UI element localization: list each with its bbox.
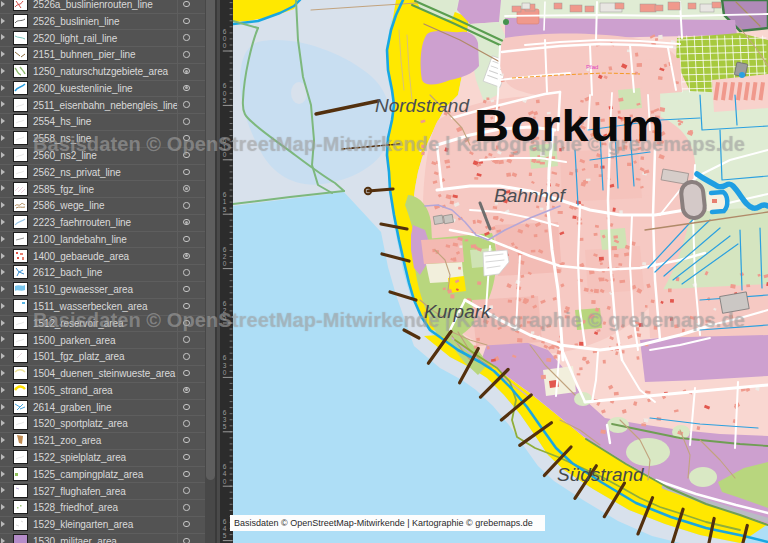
svg-text:5: 5 [223,97,227,104]
svg-text:0: 0 [223,90,227,97]
svg-text:4: 4 [223,525,227,532]
svg-text:6: 6 [223,518,227,525]
svg-text:6: 6 [223,82,227,89]
svg-text:3: 3 [223,416,227,423]
svg-text:2: 2 [223,253,227,260]
svg-text:6: 6 [223,246,227,253]
svg-text:0: 0 [223,42,227,49]
svg-text:5: 5 [223,423,227,430]
svg-text:6: 6 [223,463,227,470]
svg-text:0: 0 [223,478,227,485]
svg-text:6: 6 [223,191,227,198]
svg-text:5: 5 [223,206,227,213]
svg-text:5: 5 [223,532,227,539]
svg-text:0: 0 [223,369,227,376]
svg-text:6: 6 [223,354,227,361]
svg-text:3: 3 [223,362,227,369]
svg-text:0: 0 [223,35,227,42]
svg-text:0: 0 [223,260,227,267]
svg-text:6: 6 [223,300,227,307]
svg-text:4: 4 [223,470,227,477]
svg-text:6: 6 [223,409,227,416]
svg-text:1: 1 [223,198,227,205]
svg-text:6: 6 [223,28,227,35]
